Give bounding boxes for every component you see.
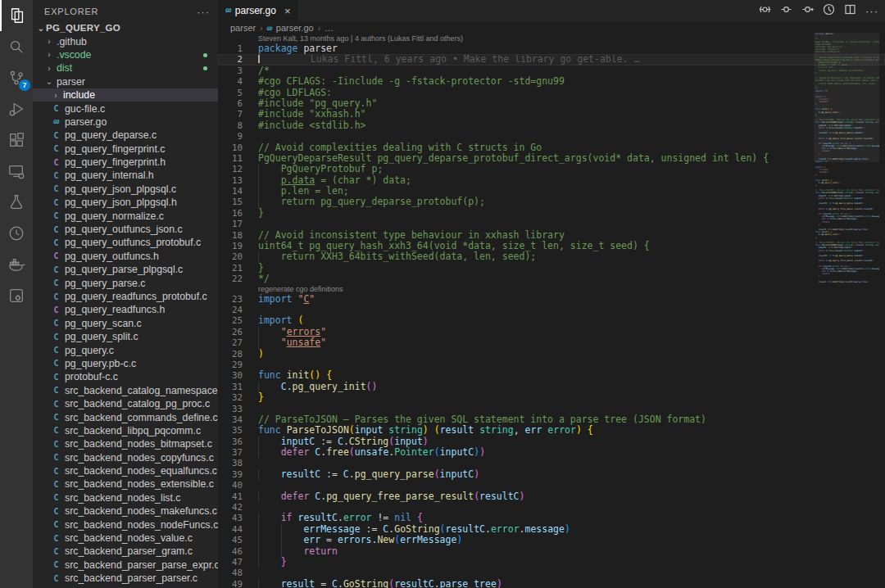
- extensions-icon[interactable]: [0, 124, 33, 156]
- tree-item-pg-query-json-plpgsql-h[interactable]: Cpg_query_json_plpgsql.h: [33, 196, 218, 209]
- activity-bar: 7: [0, 0, 33, 588]
- minimap-line: result = C.GoString(resultC.parse_tree): [814, 281, 879, 283]
- tree-item-src-backend-nodes-makefuncs-c[interactable]: Csrc_backend_nodes_makefuncs.c: [33, 504, 218, 518]
- code-line-29: 29: [218, 360, 885, 370]
- minimap[interactable]: package parser/*#cgo CFLAGS: -Iinclude -…: [814, 33, 879, 296]
- go-file-icon: GO: [267, 25, 272, 31]
- gitlens-icon[interactable]: [0, 218, 33, 249]
- tree-item-pg-query-outfuncs-h[interactable]: Cpg_query_outfuncs.h: [33, 250, 218, 263]
- line-number: 41: [218, 491, 243, 502]
- tree-item-pg-query-normalize-c[interactable]: Cpg_query_normalize.c: [33, 209, 218, 222]
- tree-item-src-backend-nodes-value-c[interactable]: Csrc_backend_nodes_value.c: [33, 531, 218, 545]
- breadcrumb-file[interactable]: parser.go: [276, 23, 314, 33]
- tree-item-pg-query-readfuncs-protobuf-c[interactable]: Cpg_query_readfuncs_protobuf.c: [33, 290, 218, 303]
- indent-guide: [258, 251, 281, 262]
- tree-item-src-backend-nodes-copyfuncs-c[interactable]: Csrc_backend_nodes_copyfuncs.c: [33, 451, 218, 464]
- code-line-21: 21}: [218, 263, 885, 274]
- tree-item-dist[interactable]: ›dist: [33, 61, 218, 75]
- code-line-20: 20return XXH3_64bits_withSeed(data, len,…: [218, 251, 885, 262]
- remote-explorer-icon[interactable]: [0, 156, 33, 187]
- tab-close-icon[interactable]: ×: [284, 5, 291, 17]
- tree-item-pg-query-json-plpgsql-c[interactable]: Cpg_query_json_plpgsql.c: [33, 183, 218, 196]
- indent-guide: [258, 557, 281, 568]
- tree-item-parser-go[interactable]: GOparser.go: [33, 115, 218, 129]
- tree-item-src-backend-commands-define-c[interactable]: Csrc_backend_commands_define.c: [33, 410, 218, 423]
- tree-item-src-backend-libpq-pqcomm-c[interactable]: Csrc_backend_libpq_pqcomm.c: [33, 424, 218, 437]
- timeline-icon[interactable]: [823, 3, 835, 19]
- tree-item-src-backend-parser-parser-c[interactable]: Csrc_backend_parser_parser.c: [33, 572, 218, 585]
- tree-item-pg-query-outfuncs-json-c[interactable]: Cpg_query_outfuncs_json.c: [33, 223, 218, 236]
- more-actions-icon[interactable]: ···: [865, 5, 878, 17]
- c-file-icon: C: [50, 158, 62, 167]
- gitlens-commit-prev-icon[interactable]: [780, 3, 792, 19]
- tree-item-pg-query-readfuncs-h[interactable]: Cpg_query_readfuncs.h: [33, 303, 218, 316]
- tree-item-src-backend-catalog-namespace-c[interactable]: Csrc_backend_catalog_namespace.c: [33, 384, 218, 397]
- tree-item-protobuf-c-c[interactable]: Cprotobuf-c.c: [33, 370, 218, 383]
- tree-item-pg-query-c[interactable]: Cpg_query.c: [33, 343, 218, 356]
- tree-item-include[interactable]: ›include: [33, 88, 218, 102]
- code-line-39: 39resultC := C.pg_query_parse(inputC): [218, 469, 885, 480]
- indent-guide: [281, 546, 304, 557]
- c-file-icon: C: [50, 440, 62, 449]
- line-number: 49: [218, 579, 243, 588]
- tree-item-parser[interactable]: ⌄parser: [33, 75, 218, 88]
- line-number: 10: [218, 142, 243, 153]
- tree-item-pg-query-parse-plpgsql-c[interactable]: Cpg_query_parse_plpgsql.c: [33, 263, 218, 276]
- tree-item-src-backend-parser-gram-c[interactable]: Csrc_backend_parser_gram.c: [33, 545, 218, 558]
- split-editor-icon[interactable]: [844, 3, 856, 19]
- tree-item-pg-query-scan-c[interactable]: Cpg_query_scan.c: [33, 317, 218, 330]
- explorer-more-actions-icon[interactable]: ···: [197, 6, 210, 18]
- tree-item--vscode[interactable]: ›.vscode: [33, 48, 218, 61]
- breadcrumb-symbol[interactable]: …: [324, 23, 334, 33]
- c-file-icon: C: [50, 225, 62, 234]
- tree-item-pg-query-split-c[interactable]: Cpg_query_split.c: [33, 330, 218, 343]
- minimap-slider[interactable]: [814, 33, 879, 162]
- tab-parser-go[interactable]: GO parser.go ×: [218, 0, 297, 21]
- tree-item-src-backend-nodes-nodefuncs-c[interactable]: Csrc_backend_nodes_nodeFuncs.c: [33, 518, 218, 531]
- c-file-icon: C: [50, 346, 62, 355]
- line-number: 25: [218, 315, 243, 326]
- code-editor[interactable]: Steven Kalt, 13 months ago | 4 authors (…: [218, 34, 885, 588]
- explorer-icon[interactable]: [0, 0, 33, 31]
- tree-item-src-backend-parser-parse-expr-c[interactable]: Csrc_backend_parser_parse_expr.c: [33, 559, 218, 572]
- tree-item-pg-query-fingerprint-c[interactable]: Cpg_query_fingerprint.c: [33, 142, 218, 156]
- tree-item-src-backend-nodes-equalfuncs-c[interactable]: Csrc_backend_nodes_equalfuncs.c: [33, 464, 218, 477]
- tree-item-pg-query-pb-c-c[interactable]: Cpg_query.pb-c.c: [33, 357, 218, 370]
- scm-badge: 7: [19, 79, 30, 91]
- code-line-36: 36inputC := C.CString(input): [218, 436, 885, 447]
- tree-item-pg-query-fingerprint-h[interactable]: Cpg_query_fingerprint.h: [33, 156, 218, 169]
- code-line-49: 49result = C.GoString(resultC.parse_tree…: [218, 579, 885, 588]
- c-file-icon: C: [50, 534, 62, 543]
- run-debug-icon[interactable]: [0, 93, 33, 124]
- code-line-2: 2 Lukas Fittl, 6 years ago • Make the li…: [218, 54, 885, 65]
- indent-guide: [258, 469, 281, 480]
- tree-item-src-backend-nodes-bitmapset-c[interactable]: Csrc_backend_nodes_bitmapset.c: [33, 437, 218, 450]
- tree-item-pg-query-deparse-c[interactable]: Cpg_query_deparse.c: [33, 129, 218, 142]
- chevron-right-icon: ›: [44, 64, 54, 73]
- codelens[interactable]: regenerate cgo definitions: [218, 285, 885, 294]
- tree-root-pg_query_go[interactable]: ⌄PG_QUERY_GO: [33, 21, 218, 34]
- line-number: 2: [218, 54, 243, 65]
- tree-item-guc-file-c[interactable]: Cguc-file.c: [33, 102, 218, 115]
- tree-item-pg-query-internal-h[interactable]: Cpg_query_internal.h: [33, 169, 218, 182]
- line-number: 21: [218, 263, 243, 274]
- tree-item-pg-query-parse-c[interactable]: Cpg_query_parse.c: [33, 276, 218, 289]
- line-number: 35: [218, 425, 243, 436]
- code-line-32: 32}: [218, 392, 885, 403]
- search-icon[interactable]: [0, 31, 33, 62]
- gitlens-compare-icon[interactable]: [759, 3, 771, 19]
- line-number: 20: [218, 251, 243, 262]
- settings-tools-icon[interactable]: [0, 280, 33, 311]
- source-control-icon[interactable]: 7: [0, 62, 33, 93]
- docker-icon[interactable]: [0, 249, 33, 280]
- tree-item-src-backend-nodes-list-c[interactable]: Csrc_backend_nodes_list.c: [33, 491, 218, 504]
- tree-item-pg-query-outfuncs-protobuf-c[interactable]: Cpg_query_outfuncs_protobuf.c: [33, 236, 218, 249]
- tree-item-src-backend-catalog-pg-proc-c[interactable]: Csrc_backend_catalog_pg_proc.c: [33, 397, 218, 410]
- tree-item--github[interactable]: ›.github: [33, 34, 218, 47]
- gitlens-commit-next-icon[interactable]: [801, 3, 814, 19]
- code-line-38: 38: [218, 458, 885, 468]
- breadcrumb-folder[interactable]: parser: [230, 23, 256, 33]
- testing-icon[interactable]: [0, 187, 33, 218]
- c-file-icon: C: [50, 480, 62, 489]
- tree-item-src-backend-nodes-extensible-c[interactable]: Csrc_backend_nodes_extensible.c: [33, 477, 218, 491]
